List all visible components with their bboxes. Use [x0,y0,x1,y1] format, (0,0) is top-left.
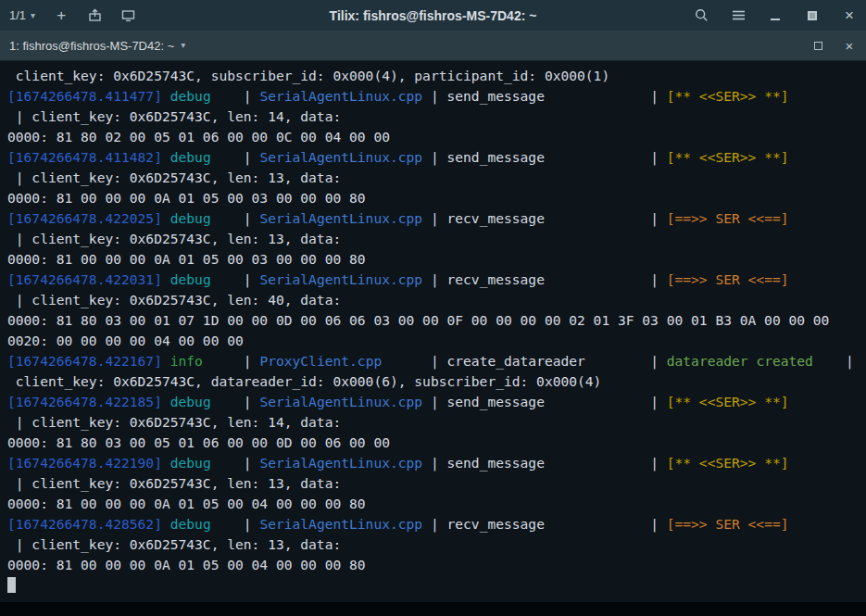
minimize-icon [771,19,780,20]
terminal-line: client_key: 0x6D25743C, subscriber_id: 0… [7,66,866,86]
terminal-line: 0000: 81 00 00 00 0A 01 05 00 04 00 00 0… [7,555,866,575]
terminal-line: | client_key: 0x6D25743C, len: 13, data: [7,473,866,494]
terminal-line: | client_key: 0x6D25743C, len: 13, data: [7,229,866,249]
terminal-line: | client_key: 0x6D25743C, len: 13, data: [7,534,866,555]
terminal-line: 0000: 81 80 03 00 01 07 1D 00 00 0D 00 0… [7,310,866,331]
terminal-line [7,575,866,596]
terminal-line: [1674266478.422031] debug | SerialAgentL… [7,270,866,290]
session-indicator[interactable]: 1/1 ▾ [9,8,35,22]
maximize-button[interactable] [805,6,820,25]
bottom-strip [0,602,866,616]
terminal-tab-title: 1: fishros@fishros-MS-7D42: ~ [9,39,174,53]
maximize-terminal-icon [814,42,822,50]
new-session-button[interactable]: + [54,6,69,25]
terminal-line: | client_key: 0x6D25743C, len: 40, data: [7,290,866,310]
monitor-icon [121,8,135,22]
terminal-line: 0000: 81 00 00 00 0A 01 05 00 03 00 00 0… [7,249,866,270]
terminal-line: [1674266478.428562] debug | SerialAgentL… [7,514,866,534]
terminal-line: [1674266478.411482] debug | SerialAgentL… [7,147,866,168]
menu-button[interactable] [731,6,746,25]
search-icon [695,8,709,22]
terminal[interactable]: client_key: 0x6D25743C, subscriber_id: 0… [0,61,866,616]
maximize-terminal-button[interactable] [810,36,825,55]
terminal-line: client_key: 0x6D25743C, datareader_id: 0… [7,371,866,392]
terminal-line: 0000: 81 00 00 00 0A 01 05 00 03 00 00 0… [7,188,866,208]
new-window-button[interactable] [120,6,135,25]
terminal-line: 0000: 81 00 00 00 0A 01 05 00 04 00 00 0… [7,494,866,514]
close-icon: × [845,7,854,23]
titlebar: 1/1 ▾ + Tilix: fishros@fishr [0,0,866,31]
terminal-line: [1674266478.422025] debug | SerialAgentL… [7,208,866,229]
minimize-button[interactable] [768,6,783,25]
hamburger-menu-icon [732,9,746,21]
terminal-line: [1674266478.422185] debug | SerialAgentL… [7,392,866,412]
detach-terminal-icon [88,8,102,22]
session-count-label: 1/1 [9,8,26,22]
terminal-line: 0000: 81 80 03 00 05 01 06 00 00 0D 00 0… [7,433,866,453]
terminal-line: [1674266478.411477] debug | SerialAgentL… [7,86,866,107]
terminal-line: 0000: 81 80 02 00 05 01 06 00 00 0C 00 0… [7,127,866,147]
terminal-line: 0020: 00 00 00 00 04 00 00 00 [7,331,866,351]
terminal-line: [1674266478.422190] debug | SerialAgentL… [7,453,866,473]
maximize-icon [808,11,817,20]
close-window-button[interactable]: × [842,6,857,25]
terminal-line: | client_key: 0x6D25743C, len: 14, data: [7,412,866,433]
terminal-output: client_key: 0x6D25743C, subscriber_id: 0… [7,66,866,596]
chevron-down-icon[interactable]: ▾ [181,41,185,50]
terminal-line: | client_key: 0x6D25743C, len: 14, data: [7,107,866,127]
plus-icon: + [56,7,66,23]
terminal-line: [1674266478.422167] info | ProxyClient.c… [7,351,866,371]
terminal-tab-bar[interactable]: 1: fishros@fishros-MS-7D42: ~ ▾ × [0,31,866,61]
detach-terminal-button[interactable] [87,6,102,25]
terminal-line: | client_key: 0x6D25743C, len: 13, data: [7,168,866,188]
chevron-down-icon: ▾ [31,11,35,20]
search-button[interactable] [694,6,709,25]
terminal-cursor [7,577,16,593]
close-icon: × [846,39,854,53]
close-terminal-button[interactable]: × [842,36,857,55]
